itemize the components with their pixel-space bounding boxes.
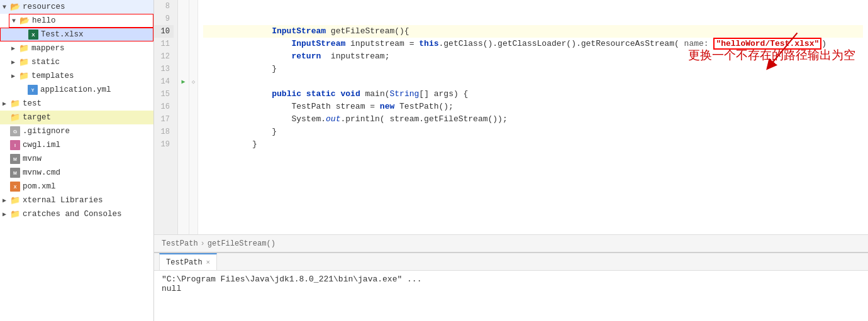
arrow-icon bbox=[3, 100, 10, 107]
terminal-close-button[interactable]: × bbox=[206, 259, 211, 266]
sidebar-item-label: test bbox=[23, 99, 42, 108]
code-line-8 bbox=[203, 0, 863, 13]
code-line-14: public static void main(String[] args) { bbox=[203, 75, 863, 88]
sidebar-item-appyml[interactable]: application.yml bbox=[0, 83, 153, 97]
sidebar-item-label: resources bbox=[23, 3, 65, 11]
yml-icon bbox=[28, 85, 38, 95]
gutter2-10 bbox=[189, 25, 198, 38]
folder-icon bbox=[10, 99, 20, 109]
line-num-17: 17 bbox=[154, 113, 174, 126]
folder-icon bbox=[19, 43, 29, 53]
line-num-10: 10 bbox=[154, 25, 174, 38]
sidebar-item-label: hello bbox=[32, 16, 56, 25]
file-icon: M bbox=[10, 168, 20, 178]
terminal-content: "C:\Program Files\Java\jdk1.8.0_221\bin\… bbox=[154, 271, 868, 321]
code-container: 8 9 10 11 12 13 14 15 16 17 18 19 bbox=[154, 0, 868, 234]
sidebar-item-static[interactable]: static bbox=[0, 55, 153, 69]
line-num-16: 16 bbox=[154, 101, 174, 113]
gutter-16 bbox=[178, 101, 189, 113]
status-bar: TestPath › getFileStream() bbox=[154, 234, 868, 252]
arrow-icon bbox=[11, 72, 19, 80]
gutter-17 bbox=[178, 113, 189, 126]
code-line-9: InputStream getFileStream(){ bbox=[203, 13, 863, 25]
line-num-15: 15 bbox=[154, 88, 174, 101]
terminal-panel: TestPath × "C:\Program Files\Java\jdk1.8… bbox=[154, 252, 868, 321]
folder-icon bbox=[19, 57, 29, 67]
gutter2-16 bbox=[189, 101, 198, 113]
gutter2-15 bbox=[189, 88, 198, 101]
sidebar-item-pomxml[interactable]: pom.xml bbox=[0, 180, 153, 193]
sidebar-item-resources[interactable]: resources bbox=[0, 0, 153, 14]
line-num-8: 8 bbox=[154, 0, 174, 13]
gutter2-14: ◇ bbox=[189, 75, 198, 88]
gutter-19 bbox=[178, 138, 189, 151]
highlighted-string: "helloWord/Test.xlsx" bbox=[713, 38, 821, 50]
line-num-18: 18 bbox=[154, 126, 174, 138]
arrow-icon bbox=[12, 18, 19, 24]
terminal-tab-testpath[interactable]: TestPath × bbox=[159, 253, 217, 270]
sidebar-item-label: mvnw bbox=[23, 155, 42, 163]
sidebar-item-scratches[interactable]: cratches and Consoles bbox=[0, 207, 153, 221]
gutter-13 bbox=[178, 63, 189, 75]
sidebar-item-label: target bbox=[23, 113, 51, 122]
folder-icon bbox=[10, 195, 20, 205]
gutter-10 bbox=[178, 25, 189, 38]
sidebar-item-label: mvnw.cmd bbox=[23, 168, 60, 177]
terminal-tab-label: TestPath bbox=[166, 258, 203, 267]
sidebar-item-label: templates bbox=[31, 72, 74, 80]
line-num-9: 9 bbox=[154, 13, 174, 25]
sidebar-item-cwgliml[interactable]: cwgl.iml bbox=[0, 138, 153, 152]
gutter: ▶ bbox=[178, 0, 189, 234]
sidebar-item-test[interactable]: test bbox=[0, 97, 153, 111]
sidebar-item-mvnw[interactable]: M mvnw bbox=[0, 152, 153, 166]
gutter2-9 bbox=[189, 13, 198, 25]
xml-icon bbox=[10, 182, 20, 192]
sidebar-item-target[interactable]: target bbox=[0, 111, 153, 124]
sidebar-item-mvnwcmd[interactable]: M mvnw.cmd bbox=[0, 166, 153, 180]
arrow-icon bbox=[3, 197, 10, 204]
sidebar-item-label: application.yml bbox=[40, 85, 111, 94]
sidebar-item-hello[interactable]: hello bbox=[9, 14, 153, 28]
breadcrumb-method: getFileStream() bbox=[208, 239, 275, 248]
editor-area: 8 9 10 11 12 13 14 15 16 17 18 19 bbox=[154, 0, 868, 321]
gutter2-17 bbox=[189, 113, 198, 126]
line-numbers: 8 9 10 11 12 13 14 15 16 17 18 19 bbox=[154, 0, 178, 234]
arrow-icon bbox=[3, 210, 10, 218]
main-area: resources hello Test.xlsx mappers static bbox=[0, 0, 868, 321]
folder-icon bbox=[10, 112, 20, 122]
sidebar-item-extlibs[interactable]: xternal Libraries bbox=[0, 193, 153, 207]
code-line-13 bbox=[203, 63, 863, 75]
line-num-12: 12 bbox=[154, 50, 174, 63]
gutter2: ◇ bbox=[189, 0, 198, 234]
file-icon: G bbox=[10, 126, 20, 136]
folder-icon bbox=[19, 71, 29, 81]
xlsx-icon bbox=[28, 30, 38, 40]
folder-icon bbox=[10, 2, 20, 12]
sidebar-item-testxlsx[interactable]: Test.xlsx bbox=[0, 28, 153, 41]
sidebar-item-label: Test.xlsx bbox=[41, 30, 84, 39]
line-num-19: 19 bbox=[154, 138, 174, 151]
breadcrumb-separator: › bbox=[201, 239, 205, 248]
sidebar-item-label: mappers bbox=[31, 44, 65, 53]
breadcrumb-class: TestPath bbox=[162, 239, 198, 248]
gutter-18 bbox=[178, 126, 189, 138]
sidebar-item-gitignore[interactable]: G .gitignore bbox=[0, 124, 153, 138]
gutter-12 bbox=[178, 50, 189, 63]
folder-icon bbox=[19, 16, 30, 26]
file-icon: M bbox=[10, 154, 20, 164]
sidebar-item-templates[interactable]: templates bbox=[0, 69, 153, 83]
sidebar-item-label: cratches and Consoles bbox=[23, 210, 122, 219]
terminal-tabs: TestPath × bbox=[154, 253, 868, 271]
terminal-output-line: null bbox=[162, 284, 860, 293]
code-editor[interactable]: InputStream getFileStream(){ InputStream… bbox=[198, 0, 868, 234]
sidebar-item-mappers[interactable]: mappers bbox=[0, 41, 153, 55]
gutter2-19 bbox=[189, 138, 198, 151]
gutter-14: ▶ bbox=[178, 75, 189, 88]
iml-icon bbox=[10, 140, 20, 150]
sidebar: resources hello Test.xlsx mappers static bbox=[0, 0, 154, 321]
sidebar-item-label: pom.xml bbox=[23, 182, 56, 191]
sidebar-item-label: cwgl.iml bbox=[23, 141, 60, 150]
arrow-icon bbox=[11, 45, 19, 52]
gutter2-18 bbox=[189, 126, 198, 138]
sidebar-item-label: xternal Libraries bbox=[23, 196, 103, 205]
